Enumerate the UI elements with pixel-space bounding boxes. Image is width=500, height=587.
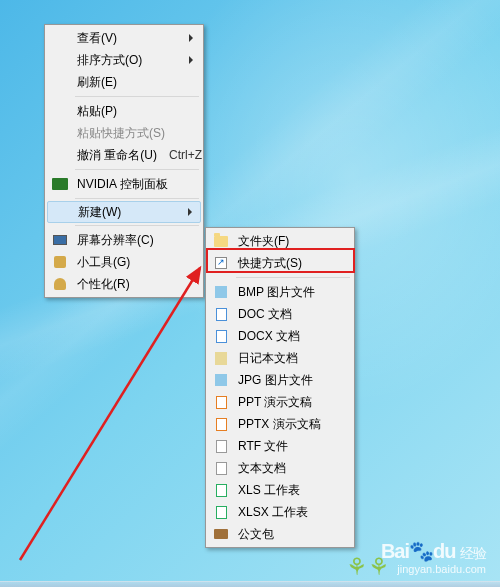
submenu-jpg[interactable]: JPG 图片文件: [208, 369, 352, 391]
submenu-folder[interactable]: 文件夹(F): [208, 230, 352, 252]
blank-icon: [49, 123, 71, 143]
menu-shortcut: Ctrl+Z: [157, 148, 202, 162]
docx-icon: [210, 326, 232, 346]
menu-label: 个性化(R): [71, 276, 193, 293]
menu-new[interactable]: 新建(W): [47, 201, 201, 223]
bmp-icon: [210, 282, 232, 302]
menu-label: NVIDIA 控制面板: [71, 176, 193, 193]
diary-icon: [210, 348, 232, 368]
shortcut-icon: [210, 253, 232, 273]
baidu-watermark: Bai🐾du 经验 jingyan.baidu.com: [381, 539, 486, 575]
menu-gadgets[interactable]: 小工具(G): [47, 251, 201, 273]
txt-icon: [210, 458, 232, 478]
menu-label: PPTX 演示文稿: [232, 416, 344, 433]
menu-label: DOC 文档: [232, 306, 344, 323]
submenu-docx[interactable]: DOCX 文档: [208, 325, 352, 347]
submenu-doc[interactable]: DOC 文档: [208, 303, 352, 325]
logo-cn: 经验: [460, 545, 486, 561]
menu-label: 公文包: [232, 526, 344, 543]
new-submenu: 文件夹(F) 快捷方式(S) BMP 图片文件 DOC 文档 DOCX 文档 日…: [205, 227, 355, 548]
menu-label: BMP 图片文件: [232, 284, 344, 301]
menu-nvidia[interactable]: NVIDIA 控制面板: [47, 173, 201, 195]
menu-label: RTF 文件: [232, 438, 344, 455]
submenu-ppt[interactable]: PPT 演示文稿: [208, 391, 352, 413]
menu-label: 刷新(E): [71, 74, 193, 91]
menu-separator: [75, 198, 199, 199]
blank-icon: [49, 50, 71, 70]
menu-label: 撤消 重命名(U): [71, 147, 157, 164]
menu-label: 屏幕分辨率(C): [71, 232, 193, 249]
menu-label: 排序方式(O): [71, 52, 189, 69]
doc-icon: [210, 304, 232, 324]
ppt-icon: [210, 392, 232, 412]
menu-label: 粘贴(P): [71, 103, 193, 120]
screen-icon: [49, 230, 71, 250]
blank-icon: [49, 72, 71, 92]
menu-label: JPG 图片文件: [232, 372, 344, 389]
menu-label: DOCX 文档: [232, 328, 344, 345]
submenu-arrow-icon: [189, 34, 193, 42]
menu-label: 日记本文档: [232, 350, 344, 367]
taskbar[interactable]: [0, 581, 500, 587]
menu-separator: [75, 169, 199, 170]
submenu-briefcase[interactable]: 公文包: [208, 523, 352, 545]
pptx-icon: [210, 414, 232, 434]
watermark-url: jingyan.baidu.com: [381, 563, 486, 575]
briefcase-icon: [210, 524, 232, 544]
menu-label: XLS 工作表: [232, 482, 344, 499]
menu-label: 快捷方式(S): [232, 255, 344, 272]
menu-screen-resolution[interactable]: 屏幕分辨率(C): [47, 229, 201, 251]
jpg-icon: [210, 370, 232, 390]
blank-icon: [49, 101, 71, 121]
submenu-diary[interactable]: 日记本文档: [208, 347, 352, 369]
submenu-bmp[interactable]: BMP 图片文件: [208, 281, 352, 303]
logo-text: Bai: [381, 540, 409, 562]
nvidia-icon: [49, 174, 71, 194]
submenu-shortcut[interactable]: 快捷方式(S): [208, 252, 352, 274]
menu-label: XLSX 工作表: [232, 504, 344, 521]
menu-sort[interactable]: 排序方式(O): [47, 49, 201, 71]
xls-icon: [210, 480, 232, 500]
menu-undo[interactable]: 撤消 重命名(U) Ctrl+Z: [47, 144, 201, 166]
menu-view[interactable]: 查看(V): [47, 27, 201, 49]
menu-personalize[interactable]: 个性化(R): [47, 273, 201, 295]
personalize-icon: [49, 274, 71, 294]
submenu-xls[interactable]: XLS 工作表: [208, 479, 352, 501]
submenu-txt[interactable]: 文本文档: [208, 457, 352, 479]
folder-icon: [210, 231, 232, 251]
submenu-rtf[interactable]: RTF 文件: [208, 435, 352, 457]
menu-label: 小工具(G): [71, 254, 193, 271]
menu-separator: [75, 96, 199, 97]
menu-label: 文本文档: [232, 460, 344, 477]
blank-icon: [49, 28, 71, 48]
menu-label: PPT 演示文稿: [232, 394, 344, 411]
menu-refresh[interactable]: 刷新(E): [47, 71, 201, 93]
submenu-pptx[interactable]: PPTX 演示文稿: [208, 413, 352, 435]
blank-icon: [50, 202, 72, 222]
menu-label: 粘贴快捷方式(S): [71, 125, 193, 142]
logo-text: du: [433, 540, 455, 562]
menu-paste-shortcut: 粘贴快捷方式(S): [47, 122, 201, 144]
blank-icon: [49, 145, 71, 165]
desktop-context-menu: 查看(V) 排序方式(O) 刷新(E) 粘贴(P) 粘贴快捷方式(S) 撤消 重…: [44, 24, 204, 298]
menu-separator: [236, 277, 350, 278]
menu-label: 查看(V): [71, 30, 189, 47]
gadget-icon: [49, 252, 71, 272]
submenu-xlsx[interactable]: XLSX 工作表: [208, 501, 352, 523]
xlsx-icon: [210, 502, 232, 522]
rtf-icon: [210, 436, 232, 456]
submenu-arrow-icon: [189, 56, 193, 64]
logo-text: 🐾: [409, 540, 433, 562]
menu-label: 文件夹(F): [232, 233, 344, 250]
submenu-arrow-icon: [188, 208, 192, 216]
menu-paste[interactable]: 粘贴(P): [47, 100, 201, 122]
menu-label: 新建(W): [72, 204, 188, 221]
menu-separator: [75, 225, 199, 226]
